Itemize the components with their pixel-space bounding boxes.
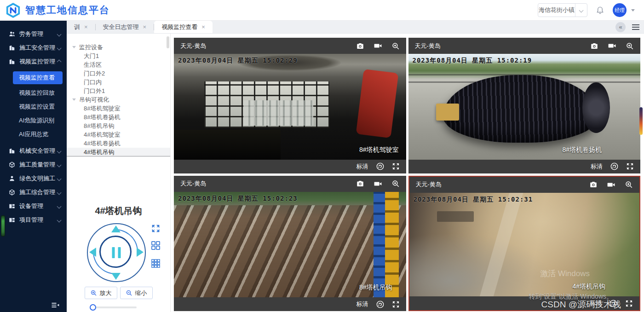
sidebar-item-project[interactable]: 项目管理	[0, 213, 67, 227]
osd-timestamp: 2023年08月04日 星期五 15:02:19	[413, 57, 532, 65]
sidebar-item-labor[interactable]: 劳务管理	[0, 27, 67, 41]
video-feed[interactable]: 2023年08月04日 星期五 15:02:29 8#塔机驾驶室	[174, 54, 406, 160]
cube-icon	[8, 162, 15, 168]
panel-icon	[8, 217, 15, 223]
page-title: 智慧工地信息平台	[25, 4, 110, 17]
project-select[interactable]: 海信花街小镇	[538, 3, 587, 17]
tree-item-4-hook[interactable]: 4#塔机吊钩	[67, 148, 170, 156]
tree-group-hook-visual[interactable]: 吊钩可视化	[67, 95, 170, 104]
tabbar-controls: «	[615, 21, 644, 33]
chevron-down-icon	[57, 32, 62, 36]
pause-button[interactable]	[112, 247, 121, 258]
tree-item-4-cab[interactable]: 4#塔机驾驶室	[67, 130, 170, 139]
zoom-in-icon[interactable]	[391, 179, 400, 188]
tab-safety-log[interactable]: 安全日志管理 ×	[96, 21, 154, 33]
replay-icon[interactable]	[376, 162, 385, 171]
quality-badge[interactable]: 标清	[356, 162, 368, 171]
fullscreen-icon[interactable]	[626, 162, 634, 170]
camera-name-overlay: 8#塔机吊钩	[359, 283, 392, 292]
video-feed[interactable]: 2023年08月04日 星期五 15:02:23 8#塔机吊钩	[174, 192, 406, 298]
pan-down-arrow[interactable]	[111, 273, 121, 280]
tab-video-view[interactable]: 视频监控查看 ×	[154, 21, 213, 33]
sidebar-item-video-monitor[interactable]: 视频监控管理	[0, 55, 67, 69]
layout-controls	[150, 224, 161, 269]
record-videocam-icon[interactable]	[374, 179, 382, 188]
snapshot-camera-icon[interactable]	[590, 42, 598, 50]
scrollbar[interactable]	[167, 36, 169, 48]
tree-item-gate1[interactable]: 大门1	[67, 52, 170, 60]
sidebar-collapse-icon[interactable]	[51, 300, 60, 312]
sidebar-item-label: 设备管理	[19, 202, 58, 210]
zoom-out-button[interactable]: 缩小	[120, 287, 153, 299]
sidebar-item-equipment[interactable]: 设备管理	[0, 199, 67, 213]
caret-down-icon	[72, 46, 76, 48]
chevron-down-icon[interactable]	[631, 9, 635, 12]
fullscreen-icon[interactable]	[625, 300, 633, 307]
close-icon[interactable]: ×	[84, 24, 88, 30]
grid-3x3-icon[interactable]	[150, 258, 161, 269]
video-panel-1[interactable]: 天元-黄岛 2023年08月04日 星期五 15:02:29 8#塔机驾驶室	[174, 38, 406, 173]
slider-thumb[interactable]	[90, 304, 96, 311]
tree-item-gate-out2[interactable]: 门口外2	[67, 69, 170, 78]
sidebar-item-label: 劳务管理	[19, 30, 58, 38]
sidebar-item-construction-safety[interactable]: 施工安全管理	[0, 41, 67, 55]
tree-item-8-cab[interactable]: 8#塔机驾驶室	[67, 104, 170, 113]
zoom-in-icon[interactable]	[626, 42, 634, 50]
snapshot-camera-icon[interactable]	[356, 42, 364, 50]
expand-arrows-icon[interactable]	[151, 224, 160, 233]
video-panel-3[interactable]: 天元-黄岛 2023年08月04日 星期五 15:02:23 8#塔机吊钩 标清	[174, 176, 406, 312]
avatar[interactable]: 经理	[613, 3, 627, 17]
building-icon	[8, 45, 15, 51]
sidebar-item-machinery-safety[interactable]: 机械安全管理	[0, 144, 67, 158]
close-icon[interactable]: ×	[201, 24, 205, 30]
quality-badge[interactable]: 标清	[591, 162, 603, 171]
tree-item-4-winch[interactable]: 4#塔机卷扬机	[67, 139, 170, 148]
tree-item-gate-out1[interactable]: 门口外1	[67, 87, 170, 95]
sidebar-item-quality[interactable]: 施工质量管理	[0, 158, 67, 172]
video-panel-4[interactable]: 天元-黄岛 2023年08月04日 星期五 15:02:31 4#塔机吊钩 激活…	[408, 176, 641, 312]
zoom-in-button[interactable]: 放大	[85, 287, 117, 299]
video-feed[interactable]: 2023年08月04日 星期五 15:02:19 8#塔机卷扬机	[408, 54, 641, 160]
snapshot-camera-icon[interactable]	[356, 179, 364, 188]
sidebar-item-video-view[interactable]: 视频监控查看	[13, 71, 63, 84]
tree-group-monitor-devices[interactable]: 监控设备	[67, 43, 170, 52]
sidebar-item-video-settings[interactable]: 视频监控设置	[0, 100, 67, 114]
record-videocam-icon[interactable]	[607, 180, 615, 189]
sidebar-item-green-construction[interactable]: 绿色文明施工	[0, 172, 67, 185]
replay-icon[interactable]	[610, 162, 619, 171]
sidebar-item-video-playback[interactable]: 视频监控回放	[0, 86, 67, 100]
video-feed[interactable]: 2023年08月04日 星期五 15:02:31 4#塔机吊钩 激活 Windo…	[409, 193, 640, 297]
sidebar-item-label: 施工综合管理	[19, 188, 58, 196]
zoom-in-icon[interactable]	[625, 180, 633, 189]
fullscreen-icon[interactable]	[392, 162, 400, 170]
pan-left-arrow[interactable]	[89, 248, 96, 257]
sidebar-item-comprehensive[interactable]: 施工综合管理	[0, 185, 67, 199]
tree-item-gate-in[interactable]: 门口内	[67, 78, 170, 87]
speed-slider[interactable]	[91, 306, 137, 308]
camera-name-overlay: 8#塔机卷扬机	[562, 146, 602, 154]
sidebar-item-ai-hazard[interactable]: AI危险源识别	[0, 114, 67, 127]
sidebar-item-ai-overview[interactable]: AI应用总览	[0, 127, 67, 141]
tree-item-living-area[interactable]: 生活区	[67, 60, 170, 69]
zoom-in-icon[interactable]	[391, 42, 400, 50]
tab-training[interactable]: 训 ×	[67, 21, 95, 33]
snapshot-camera-icon[interactable]	[589, 180, 598, 189]
windows-watermark-faint: 激活 Windows	[540, 268, 590, 279]
pan-right-arrow[interactable]	[137, 248, 144, 257]
main-content: 监控设备 大门1 生活区 门口外2 门口内 门口外1 吊钩可视化 8#塔机驾驶室…	[67, 34, 644, 312]
fullscreen-icon[interactable]	[392, 300, 400, 308]
record-videocam-icon[interactable]	[374, 41, 382, 50]
chevron-down-icon	[575, 4, 587, 17]
tree-item-8-hook[interactable]: 8#塔机吊钩	[67, 121, 170, 130]
record-videocam-icon[interactable]	[608, 41, 616, 50]
pan-up-arrow[interactable]	[111, 225, 121, 232]
quality-badge[interactable]: 标清	[356, 300, 368, 308]
tree-item-8-winch[interactable]: 8#塔机卷扬机	[67, 113, 170, 121]
notification-bell-icon[interactable]	[596, 6, 604, 15]
tab-menu-icon[interactable]	[632, 24, 639, 30]
video-panel-2[interactable]: 天元-黄岛 2023年08月04日 星期五 15:02:19 8#塔机卷扬机	[408, 38, 641, 173]
close-icon[interactable]: ×	[143, 24, 147, 30]
collapse-tabs-button[interactable]: «	[615, 22, 626, 32]
grid-2x2-icon[interactable]	[150, 240, 161, 251]
replay-icon[interactable]	[376, 300, 385, 309]
